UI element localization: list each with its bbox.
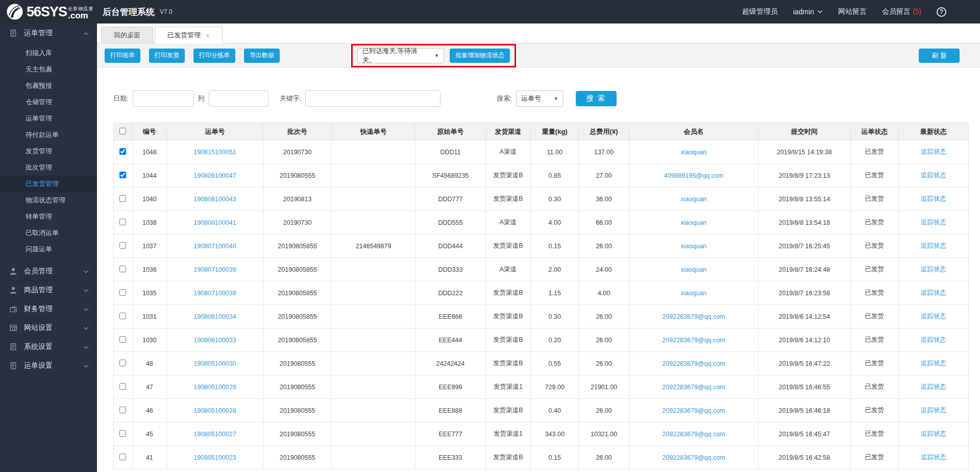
tab-my-desktop[interactable]: 我的桌面 xyxy=(101,27,153,43)
row-checkbox[interactable] xyxy=(119,266,126,272)
sidebar-item-已发货管理[interactable]: 已发货管理 xyxy=(0,176,97,192)
table-row: 103519080710003820190805855DDD222发货渠道B1.… xyxy=(114,281,969,305)
select-all-checkbox[interactable] xyxy=(119,128,126,134)
row-checkbox[interactable] xyxy=(119,313,126,319)
export-data-button[interactable]: 导出数据 xyxy=(244,49,280,63)
member-name-link[interactable]: 2092283679@qq.com xyxy=(662,313,725,320)
site-messages-link[interactable]: 网站留言 xyxy=(838,7,867,16)
waybill-number-link[interactable]: 190807100039 xyxy=(193,266,236,273)
track-status-link[interactable]: 追踪状态 xyxy=(921,360,946,367)
waybill-number-link[interactable]: 190805100028 xyxy=(193,407,236,414)
member-messages-link[interactable]: 会员留言(5) xyxy=(882,7,921,16)
waybill-number-link[interactable]: 190815100051 xyxy=(193,149,236,156)
waybill-number-link[interactable]: 190805100027 xyxy=(193,431,236,438)
keyword-input[interactable] xyxy=(305,90,440,107)
waybill-number-link[interactable]: 190808100043 xyxy=(193,196,236,203)
sidebar-header-财务管理[interactable]: 财务管理 xyxy=(0,299,97,318)
track-status-link[interactable]: 追踪状态 xyxy=(921,383,946,390)
sidebar-item-发货管理[interactable]: 发货管理 xyxy=(0,143,97,159)
row-checkbox[interactable] xyxy=(119,454,126,460)
help-icon[interactable]: ? xyxy=(937,7,946,17)
sidebar-item-已取消运单[interactable]: 已取消运单 xyxy=(0,225,97,241)
sidebar-header-会员管理[interactable]: 会员管理 xyxy=(0,262,97,280)
row-checkbox[interactable] xyxy=(119,219,126,225)
waybill-number-link[interactable]: 190805100023 xyxy=(193,454,236,461)
track-status-link[interactable]: 追踪状态 xyxy=(921,430,946,437)
member-name-link[interactable]: xiaoquan xyxy=(681,149,707,156)
track-status-link[interactable]: 追踪状态 xyxy=(921,407,946,414)
member-name-link[interactable]: xiaoquan xyxy=(681,243,707,250)
sidebar-item-批次管理[interactable]: 批次管理 xyxy=(0,159,97,176)
track-status-link[interactable]: 追踪状态 xyxy=(921,336,946,343)
track-status-link[interactable]: 追踪状态 xyxy=(921,313,946,320)
sidebar-header-运单设置[interactable]: 运单设置 xyxy=(0,356,97,375)
search-button[interactable]: 搜 索 xyxy=(576,91,617,106)
track-status-link[interactable]: 追踪状态 xyxy=(921,195,946,202)
member-name-link[interactable]: 2092283679@qq.com xyxy=(662,407,725,414)
row-checkbox[interactable] xyxy=(119,407,126,413)
print-invoice-button[interactable]: 打印发票 xyxy=(149,49,185,63)
waybill-number-link[interactable]: 190808100041 xyxy=(193,219,236,226)
sidebar-item-仓储管理[interactable]: 仓储管理 xyxy=(0,94,97,110)
waybill-number-link[interactable]: 190807100038 xyxy=(193,290,236,297)
track-status-link[interactable]: 追踪状态 xyxy=(921,172,946,179)
member-name-link[interactable]: 2092283679@qq.com xyxy=(662,384,725,391)
row-checkbox[interactable] xyxy=(119,195,126,202)
logistics-status-select[interactable]: 已到达海关,等待清关。 ▼ xyxy=(357,48,444,63)
sidebar-header-运单管理[interactable]: 运单管理 xyxy=(0,23,97,42)
member-name-link[interactable]: xiaoquan xyxy=(681,266,707,273)
sidebar-item-扫描入库[interactable]: 扫描入库 xyxy=(0,45,97,61)
waybill-number-link[interactable]: 190807100040 xyxy=(193,243,236,250)
member-name-link[interactable]: xiaoquan xyxy=(681,290,707,297)
track-status-link[interactable]: 追踪状态 xyxy=(921,148,946,155)
member-name-link[interactable]: 2092283679@qq.com xyxy=(662,431,725,438)
member-name-link[interactable]: 2092283679@qq.com xyxy=(662,337,725,344)
date-from-input[interactable] xyxy=(133,90,194,107)
express-number-cell xyxy=(332,258,415,281)
user-menu[interactable]: iadmin xyxy=(793,8,823,16)
refresh-button[interactable]: 刷 新 xyxy=(919,49,960,63)
tab-shipped-management[interactable]: 已发货管理 × xyxy=(155,27,223,43)
row-checkbox[interactable] xyxy=(119,336,126,343)
track-status-link[interactable]: 追踪状态 xyxy=(921,266,946,273)
row-checkbox[interactable] xyxy=(119,172,126,178)
sidebar-header-系统设置[interactable]: 系统设置 xyxy=(0,337,97,356)
sidebar-item-无主包裹[interactable]: 无主包裹 xyxy=(0,61,97,78)
member-name-link[interactable]: xiaoquan xyxy=(681,196,707,203)
print-sorting-button[interactable]: 打印分拣单 xyxy=(193,49,235,63)
member-name-link[interactable]: xiaoquan xyxy=(681,219,707,226)
sidebar-item-物流状态管理[interactable]: 物流状态管理 xyxy=(0,192,97,208)
track-status-link[interactable]: 追踪状态 xyxy=(921,454,946,461)
row-checkbox[interactable] xyxy=(119,242,126,249)
batch-add-logistics-button[interactable]: 批量增加物流状态 xyxy=(450,49,510,63)
track-status-link[interactable]: 追踪状态 xyxy=(921,219,946,226)
sidebar-header-网站设置[interactable]: 网站设置 xyxy=(0,318,97,337)
row-checkbox[interactable] xyxy=(119,383,126,390)
member-name-link[interactable]: 2092283679@qq.com xyxy=(662,454,725,461)
waybill-number-link[interactable]: 190809100047 xyxy=(193,172,236,179)
date-to-input[interactable] xyxy=(209,90,268,107)
print-sheet-button[interactable]: 打印面单 xyxy=(105,49,140,63)
row-checkbox[interactable] xyxy=(119,148,126,155)
sidebar-item-包裹预报[interactable]: 包裹预报 xyxy=(0,78,97,94)
sidebar-item-问题运单[interactable]: 问题运单 xyxy=(0,241,97,257)
sidebar-item-转单管理[interactable]: 转单管理 xyxy=(0,208,97,225)
sidebar-item-运单管理[interactable]: 运单管理 xyxy=(0,110,97,127)
row-checkbox[interactable] xyxy=(119,430,126,437)
waybill-number-link[interactable]: 190806100033 xyxy=(193,337,236,344)
waybill-number-link[interactable]: 190805100029 xyxy=(193,384,236,391)
track-status-link[interactable]: 追踪状态 xyxy=(921,289,946,296)
waybill-number-link[interactable]: 190806100034 xyxy=(193,313,236,320)
waybill-status-cell: 已发货 xyxy=(850,281,898,305)
row-checkbox[interactable] xyxy=(119,289,126,296)
member-name-link[interactable]: 2092283679@qq.com xyxy=(662,360,725,367)
search-type-select[interactable]: 运单号 ▼ xyxy=(516,90,564,107)
track-status-link[interactable]: 追踪状态 xyxy=(921,242,946,249)
waybill-number-link[interactable]: 190805100030 xyxy=(193,360,236,367)
member-name-link[interactable]: 409889195@qq.com xyxy=(664,172,723,179)
row-checkbox[interactable] xyxy=(119,360,126,366)
chevron-up-icon xyxy=(83,29,89,37)
close-icon[interactable]: × xyxy=(206,32,210,39)
sidebar-item-待付款运单[interactable]: 待付款运单 xyxy=(0,127,97,143)
sidebar-header-商品管理[interactable]: 商品管理 xyxy=(0,280,97,299)
